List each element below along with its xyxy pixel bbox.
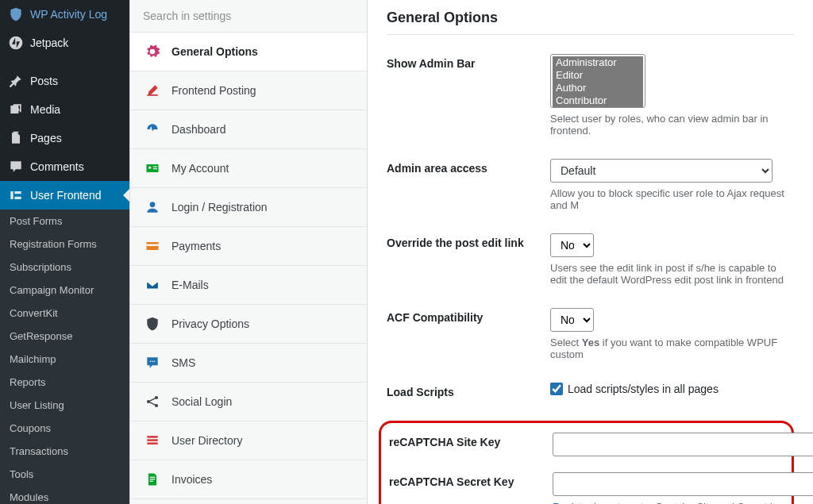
sidebar-subitem[interactable]: Reports xyxy=(0,371,129,394)
sidebar-subitem[interactable]: Transactions xyxy=(0,440,129,463)
nav-user-directory[interactable]: User Directory xyxy=(130,421,367,460)
sidebar-label: User Frontend xyxy=(30,189,101,202)
admin-bar-roles-select[interactable]: Administrator Editor Author Contributor xyxy=(550,54,645,108)
nav-dashboard[interactable]: Dashboard xyxy=(130,110,367,149)
svg-rect-16 xyxy=(147,443,157,445)
sidebar-subitem[interactable]: GetResponse xyxy=(0,325,129,348)
svg-point-9 xyxy=(152,361,153,363)
sidebar-label: Comments xyxy=(30,160,84,173)
sidebar-subitem[interactable]: Registration Forms xyxy=(0,233,129,256)
nav-label: General Options xyxy=(171,45,258,58)
svg-rect-4 xyxy=(153,168,157,169)
settings-search[interactable]: Search in settings xyxy=(130,0,367,33)
nav-emails[interactable]: E-Mails xyxy=(130,266,367,305)
nav-label: Login / Registration xyxy=(171,201,268,214)
sidebar-item-wp-activity-log[interactable]: WP Activity Log xyxy=(0,0,129,29)
user-icon xyxy=(144,199,160,215)
nav-payments[interactable]: Payments xyxy=(130,227,367,266)
sidebar-item-jetpack[interactable]: Jetpack xyxy=(0,29,129,57)
sidebar-subitem[interactable]: User Listing xyxy=(0,394,129,417)
nav-invoices[interactable]: Invoices xyxy=(130,460,367,499)
sidebar-subitem[interactable]: ConvertKit xyxy=(0,302,129,325)
sidebar-item-media[interactable]: Media xyxy=(0,95,129,124)
nav-frontend-posting[interactable]: Frontend Posting xyxy=(130,71,367,110)
nav-general-options[interactable]: General Options xyxy=(130,33,367,71)
nav-my-account[interactable]: My Account xyxy=(130,149,367,188)
svg-rect-7 xyxy=(147,244,159,247)
sidebar-subitem[interactable]: Post Forms xyxy=(0,210,129,233)
sidebar-label: Posts xyxy=(30,75,58,87)
sidebar-subitem[interactable]: Coupons xyxy=(0,417,129,440)
sidebar-subitem[interactable]: Campaign Monitor xyxy=(0,279,129,302)
media-icon xyxy=(8,102,24,117)
svg-rect-18 xyxy=(150,479,156,479)
nav-tax[interactable]: Tax xyxy=(130,499,367,504)
svg-point-10 xyxy=(154,361,156,363)
nav-label: Payments xyxy=(171,240,221,252)
load-scripts-checkbox[interactable]: Load scripts/styles in all pages xyxy=(550,383,794,395)
nav-label: SMS xyxy=(171,356,195,369)
option[interactable]: Administrator xyxy=(553,56,643,69)
svg-point-8 xyxy=(150,361,152,363)
jetpack-icon xyxy=(8,35,24,51)
sidebar-subitem[interactable]: Mailchimp xyxy=(0,348,129,371)
field-desc: Select user by roles, who can view admin… xyxy=(550,113,794,137)
privacy-icon xyxy=(144,316,160,332)
admin-access-select[interactable]: Default xyxy=(550,159,773,183)
field-override-edit-link: Override the post edit link No Users see… xyxy=(387,233,794,286)
field-acf-compat: ACF Compatibility No Select Yes if you w… xyxy=(387,308,794,360)
sidebar-subitem[interactable]: Subscriptions xyxy=(0,256,129,279)
sidebar-item-pages[interactable]: Pages xyxy=(0,124,129,152)
svg-point-11 xyxy=(147,400,150,403)
main-content: General Options Show Admin Bar Administr… xyxy=(368,0,813,504)
field-recaptcha-site-key: reCAPTCHA Site Key xyxy=(389,433,784,456)
checkbox-input[interactable] xyxy=(550,383,563,395)
nav-sms[interactable]: SMS xyxy=(130,344,367,383)
acf-select[interactable]: No xyxy=(550,308,594,332)
sidebar-subitem[interactable]: Modules xyxy=(0,486,129,504)
svg-rect-3 xyxy=(153,167,157,167)
field-desc: Users see the edit link in post if s/he … xyxy=(550,262,794,286)
invoice-icon xyxy=(144,471,160,487)
sms-icon xyxy=(144,355,160,371)
card-icon xyxy=(144,238,160,254)
sidebar-item-comments[interactable]: Comments xyxy=(0,152,129,181)
nav-login-registration[interactable]: Login / Registration xyxy=(130,188,367,227)
option[interactable]: Editor xyxy=(553,69,643,82)
override-edit-select[interactable]: No xyxy=(550,233,594,257)
sidebar-item-user-frontend[interactable]: User Frontend xyxy=(0,181,129,210)
share-icon xyxy=(144,394,160,410)
svg-point-12 xyxy=(155,396,158,399)
nav-label: Dashboard xyxy=(171,123,226,136)
sidebar-label: Pages xyxy=(30,132,62,144)
dashboard-icon xyxy=(144,121,160,137)
shield-icon xyxy=(8,6,24,22)
sidebar-subitem[interactable]: Tools xyxy=(0,463,129,486)
recaptcha-secret-key-input[interactable] xyxy=(553,472,813,496)
sidebar-item-posts[interactable]: Posts xyxy=(0,67,129,95)
field-label: Admin area access xyxy=(387,159,550,175)
nav-label: Frontend Posting xyxy=(171,84,256,97)
svg-point-13 xyxy=(155,404,158,407)
option[interactable]: Author xyxy=(553,82,643,94)
uf-icon xyxy=(8,187,24,203)
svg-rect-15 xyxy=(147,439,157,441)
sidebar-label: Jetpack xyxy=(30,37,68,49)
nav-label: Privacy Options xyxy=(171,317,249,330)
nav-label: My Account xyxy=(171,162,229,175)
register-here-link[interactable]: Register here xyxy=(553,501,615,504)
recaptcha-highlight: reCAPTCHA Site Key reCAPTCHA Secret Key … xyxy=(379,421,794,504)
nav-privacy[interactable]: Privacy Options xyxy=(130,305,367,344)
field-recaptcha-secret-key: reCAPTCHA Secret Key Register here to ge… xyxy=(389,472,784,504)
mail-icon xyxy=(144,277,160,293)
field-label: Show Admin Bar xyxy=(387,54,550,70)
nav-social-login[interactable]: Social Login xyxy=(130,383,367,421)
svg-rect-17 xyxy=(150,477,156,478)
gear-icon xyxy=(144,44,160,60)
option[interactable]: Contributor xyxy=(553,94,643,107)
field-label: Load Scripts xyxy=(387,383,550,398)
field-label: reCAPTCHA Secret Key xyxy=(389,472,553,488)
recaptcha-site-key-input[interactable] xyxy=(553,433,813,456)
nav-label: E-Mails xyxy=(171,279,209,291)
field-desc: Select Yes if you want to make compatibl… xyxy=(550,337,794,360)
